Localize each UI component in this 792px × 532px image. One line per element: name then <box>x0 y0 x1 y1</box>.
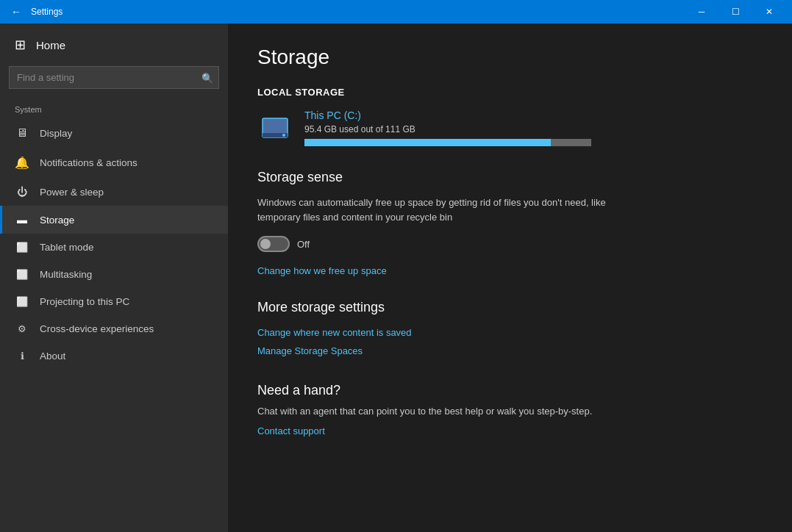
notifications-icon: 🔔 <box>15 156 29 170</box>
search-input[interactable] <box>9 66 219 89</box>
change-free-space-link[interactable]: Change how we free up space <box>257 265 387 276</box>
tablet-icon: ⬜ <box>15 242 29 253</box>
more-storage-section: More storage settings Change where new c… <box>257 300 763 362</box>
projecting-icon: ⬜ <box>15 296 29 307</box>
drive-info: This PC (C:) 95.4 GB used out of 111 GB <box>304 109 763 146</box>
toggle-knob <box>260 239 271 249</box>
about-icon: ℹ <box>15 351 29 362</box>
title-bar: ← Settings ─ ☐ ✕ <box>0 0 792 24</box>
power-icon: ⏻ <box>15 186 29 198</box>
close-button[interactable]: ✕ <box>752 0 786 24</box>
change-content-location-link[interactable]: Change where new content is saved <box>257 327 412 338</box>
minimize-button[interactable]: ─ <box>685 0 718 24</box>
storage-icon: ▬ <box>15 214 29 226</box>
storage-sense-title: Storage sense <box>257 170 763 185</box>
back-button[interactable]: ← <box>6 1 26 22</box>
cross-device-icon: ⚙ <box>15 323 29 334</box>
sidebar-item-cross-device[interactable]: ⚙ Cross-device experiences <box>0 315 228 342</box>
window-controls: ─ ☐ ✕ <box>685 0 786 24</box>
sidebar-item-label: Tablet mode <box>40 242 94 253</box>
search-icon: 🔍 <box>201 72 213 83</box>
page-title: Storage <box>257 46 763 69</box>
need-hand-desc: Chat with an agent that can point you to… <box>257 406 699 417</box>
sidebar-item-about[interactable]: ℹ About <box>0 342 228 370</box>
sidebar-item-label: Power & sleep <box>40 187 104 198</box>
sidebar-section-label: System <box>0 98 228 118</box>
storage-sense-section: Storage sense Windows can automatically … <box>257 170 763 282</box>
drive-usage-text: 95.4 GB used out of 111 GB <box>304 124 763 134</box>
sidebar-item-multitasking[interactable]: ⬜ Multitasking <box>0 261 228 288</box>
main-layout: ⊞ Home 🔍 System 🖥 Display 🔔 Notification… <box>0 24 792 532</box>
toggle-state-label: Off <box>297 239 310 250</box>
more-storage-title: More storage settings <box>257 300 763 315</box>
storage-drive-card: This PC (C:) 95.4 GB used out of 111 GB <box>257 109 763 146</box>
sidebar-item-display[interactable]: 🖥 Display <box>0 118 228 148</box>
storage-sense-toggle[interactable] <box>257 236 290 252</box>
toggle-row: Off <box>257 236 763 252</box>
content-area: Storage Local storage This PC (C:) 95.4 … <box>228 24 792 532</box>
multitasking-icon: ⬜ <box>15 269 29 280</box>
need-hand-section: Need a hand? Chat with an agent that can… <box>257 383 763 442</box>
manage-storage-spaces-link[interactable]: Manage Storage Spaces <box>257 345 363 356</box>
home-label: Home <box>36 39 65 51</box>
drive-icon <box>257 110 293 145</box>
sidebar-item-storage[interactable]: ▬ Storage <box>0 206 228 234</box>
storage-bar <box>304 139 591 146</box>
sidebar-item-label: About <box>40 351 65 362</box>
home-icon: ⊞ <box>15 37 26 53</box>
local-storage-title: Local storage <box>257 87 763 98</box>
sidebar-item-label: Cross-device experiences <box>40 323 154 334</box>
need-hand-title: Need a hand? <box>257 383 763 398</box>
window-title: Settings <box>31 7 685 17</box>
storage-bar-free <box>551 139 591 146</box>
sidebar-item-home[interactable]: ⊞ Home <box>0 24 228 66</box>
storage-bar-used <box>304 139 551 146</box>
sidebar-item-tablet[interactable]: ⬜ Tablet mode <box>0 234 228 261</box>
storage-sense-desc: Windows can automatically free up space … <box>257 195 625 224</box>
display-icon: 🖥 <box>15 126 29 140</box>
sidebar-item-projecting[interactable]: ⬜ Projecting to this PC <box>0 288 228 315</box>
search-box: 🔍 <box>9 66 219 89</box>
sidebar-item-notifications[interactable]: 🔔 Notifications & actions <box>0 148 228 178</box>
sidebar-item-power[interactable]: ⏻ Power & sleep <box>0 178 228 206</box>
drive-name[interactable]: This PC (C:) <box>304 109 763 121</box>
sidebar-item-label: Projecting to this PC <box>40 296 129 307</box>
sidebar-item-label: Storage <box>40 215 74 226</box>
sidebar-item-label: Multitasking <box>40 269 92 280</box>
contact-support-link[interactable]: Contact support <box>257 425 325 436</box>
sidebar-item-label: Notifications & actions <box>40 157 138 168</box>
svg-point-2 <box>282 134 285 137</box>
maximize-button[interactable]: ☐ <box>718 0 752 24</box>
sidebar-item-label: Display <box>40 128 72 139</box>
sidebar: ⊞ Home 🔍 System 🖥 Display 🔔 Notification… <box>0 24 228 532</box>
